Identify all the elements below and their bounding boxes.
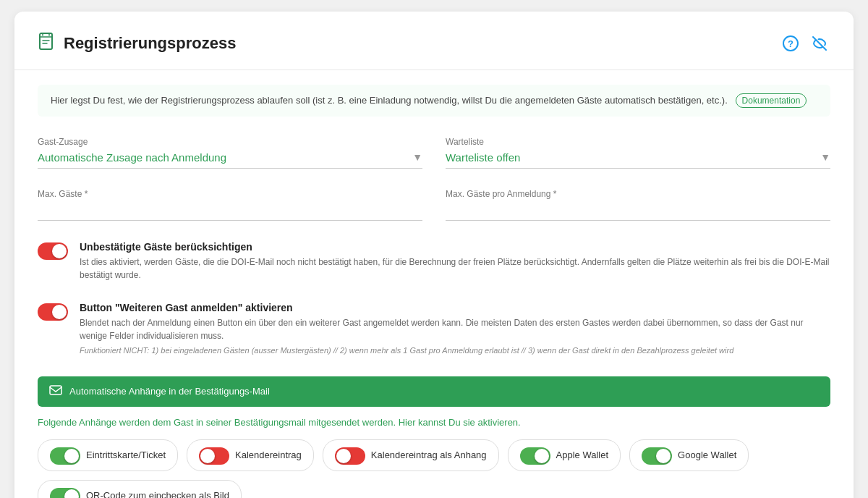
header-divider xyxy=(14,69,854,70)
attachment-label-3: Apple Wallet xyxy=(556,450,609,460)
warteliste-field: Warteliste Warteliste offen ▼ xyxy=(446,137,830,169)
attachment-toggle-3[interactable] xyxy=(520,447,550,465)
gast-zusage-field: Gast-Zusage Automatische Zusage nach Anm… xyxy=(38,137,422,169)
chevron-down-icon-2: ▼ xyxy=(820,151,830,163)
page-title: Registrierungsprozess xyxy=(38,32,236,55)
attachment-toggle-2[interactable] xyxy=(335,447,365,465)
section-bar: Automatische Anhänge in der Bestätigungs… xyxy=(38,376,830,407)
info-bar: Hier legst Du fest, wie der Registrierun… xyxy=(38,85,830,117)
gast-zusage-label: Gast-Zusage xyxy=(38,137,422,147)
attachment-label-2: Kalendereintrag als Anhang xyxy=(371,450,487,460)
help-button[interactable]: ? xyxy=(780,33,801,54)
svg-rect-0 xyxy=(40,33,52,49)
max-gaeste-pro-input[interactable]: 4 xyxy=(446,203,830,221)
toggle2-label-group: Button "Weiteren Gast anmelden" aktivier… xyxy=(80,302,830,356)
unbestaetigt-toggle[interactable] xyxy=(38,242,68,260)
svg-text:?: ? xyxy=(788,38,793,49)
eye-slash-button[interactable] xyxy=(809,33,830,54)
attachment-item: Kalendereintrag xyxy=(187,439,314,471)
attachment-label-1: Kalendereintrag xyxy=(235,450,302,460)
warteliste-select[interactable]: Warteliste offen ▼ xyxy=(446,151,830,169)
max-gaeste-label: Max. Gäste * xyxy=(38,189,422,199)
mail-icon xyxy=(49,384,62,400)
form-row-2: Max. Gäste * 100 Max. Gäste pro Anmeldun… xyxy=(38,189,830,221)
attachment-toggle-1[interactable] xyxy=(199,447,229,465)
attachment-item: Google Wallet xyxy=(629,439,749,471)
max-gaeste-pro-field: Max. Gäste pro Anmeldung * 4 xyxy=(446,189,830,221)
attachment-items: Eintrittskarte/TicketKalendereintragKale… xyxy=(38,439,830,498)
page-icon xyxy=(38,32,56,55)
max-gaeste-pro-label: Max. Gäste pro Anmeldung * xyxy=(446,189,830,199)
attachment-item: Kalendereintrag als Anhang xyxy=(323,439,499,471)
attachment-toggle-0[interactable] xyxy=(50,447,80,465)
attachment-item: QR-Code zum einchecken als Bild xyxy=(38,480,242,498)
attachment-label-0: Eintrittskarte/Ticket xyxy=(86,450,166,460)
attachment-item: Eintrittskarte/Ticket xyxy=(38,439,178,471)
toggle1-label-group: Unbestätigte Gäste berücksichtigen Ist d… xyxy=(80,241,830,282)
gast-zusage-select[interactable]: Automatische Zusage nach Anmeldung ▼ xyxy=(38,151,422,169)
max-gaeste-input[interactable]: 100 xyxy=(38,203,422,221)
toggle-row-2: Button "Weiteren Gast anmelden" aktivier… xyxy=(38,302,830,356)
attachments-desc: Folgende Anhänge werden dem Gast in sein… xyxy=(38,417,830,428)
attachment-toggle-5[interactable] xyxy=(50,488,80,498)
attachment-item: Apple Wallet xyxy=(508,439,621,471)
attachment-label-4: Google Wallet xyxy=(678,450,736,460)
attachment-toggle-4[interactable] xyxy=(642,447,672,465)
chevron-down-icon: ▼ xyxy=(412,151,422,163)
max-gaeste-field: Max. Gäste * 100 xyxy=(38,189,422,221)
header: Registrierungsprozess ? xyxy=(38,32,830,55)
svg-rect-3 xyxy=(50,386,61,394)
header-actions: ? xyxy=(780,33,830,54)
weiterer-gast-toggle[interactable] xyxy=(38,303,68,321)
doc-link[interactable]: Dokumentation xyxy=(736,93,807,108)
form-row-1: Gast-Zusage Automatische Zusage nach Anm… xyxy=(38,137,830,169)
main-card: Registrierungsprozess ? Hier legst Du fe… xyxy=(14,12,854,498)
toggle-row-1: Unbestätigte Gäste berücksichtigen Ist d… xyxy=(38,241,830,282)
attachment-label-5: QR-Code zum einchecken als Bild xyxy=(86,490,229,498)
warteliste-label: Warteliste xyxy=(446,137,830,147)
